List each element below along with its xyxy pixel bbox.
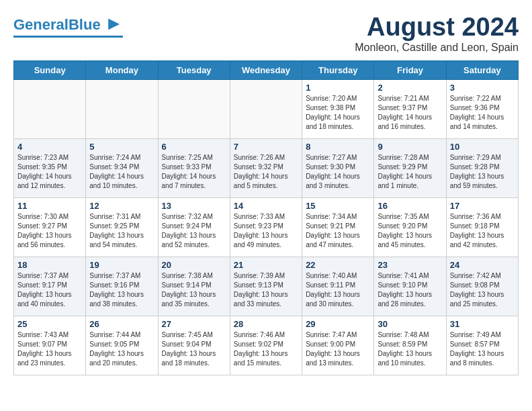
page-header: GeneralBlue ► August 2024 Monleon, Casti… bbox=[13, 13, 519, 54]
calendar-cell: 3Sunrise: 7:22 AMSunset: 9:36 PMDaylight… bbox=[446, 79, 518, 138]
logo-text: GeneralBlue ► bbox=[13, 13, 123, 34]
calendar-cell: 24Sunrise: 7:42 AMSunset: 9:08 PMDayligh… bbox=[446, 257, 518, 316]
calendar-cell: 27Sunrise: 7:45 AMSunset: 9:04 PMDayligh… bbox=[158, 316, 230, 375]
calendar-cell: 5Sunrise: 7:24 AMSunset: 9:34 PMDaylight… bbox=[86, 138, 158, 197]
calendar-cell bbox=[230, 79, 302, 138]
day-number: 4 bbox=[17, 142, 82, 152]
day-info: Sunrise: 7:38 AMSunset: 9:14 PMDaylight:… bbox=[162, 271, 226, 309]
calendar-cell: 23Sunrise: 7:41 AMSunset: 9:10 PMDayligh… bbox=[374, 257, 446, 316]
calendar-cell: 31Sunrise: 7:49 AMSunset: 8:57 PMDayligh… bbox=[446, 316, 518, 375]
day-number: 12 bbox=[89, 201, 154, 211]
day-number: 2 bbox=[378, 83, 442, 93]
calendar-week-row: 11Sunrise: 7:30 AMSunset: 9:27 PMDayligh… bbox=[14, 197, 519, 257]
day-number: 28 bbox=[234, 319, 298, 329]
calendar-cell: 12Sunrise: 7:31 AMSunset: 9:25 PMDayligh… bbox=[86, 197, 158, 257]
day-number: 19 bbox=[89, 260, 154, 270]
day-info: Sunrise: 7:37 AMSunset: 9:17 PMDaylight:… bbox=[17, 271, 82, 309]
day-info: Sunrise: 7:23 AMSunset: 9:35 PMDaylight:… bbox=[17, 153, 82, 191]
day-info: Sunrise: 7:46 AMSunset: 9:02 PMDaylight:… bbox=[234, 330, 298, 368]
weekday-header: Monday bbox=[86, 60, 158, 79]
day-number: 18 bbox=[17, 260, 82, 270]
day-number: 15 bbox=[306, 201, 370, 211]
day-info: Sunrise: 7:29 AMSunset: 9:28 PMDaylight:… bbox=[450, 153, 515, 191]
calendar-cell: 1Sunrise: 7:20 AMSunset: 9:38 PMDaylight… bbox=[302, 79, 374, 138]
calendar-cell: 6Sunrise: 7:25 AMSunset: 9:33 PMDaylight… bbox=[158, 138, 230, 197]
day-info: Sunrise: 7:49 AMSunset: 8:57 PMDaylight:… bbox=[450, 330, 515, 368]
calendar-cell: 25Sunrise: 7:43 AMSunset: 9:07 PMDayligh… bbox=[14, 316, 86, 375]
day-number: 29 bbox=[306, 319, 370, 329]
day-info: Sunrise: 7:37 AMSunset: 9:16 PMDaylight:… bbox=[89, 271, 154, 309]
day-info: Sunrise: 7:20 AMSunset: 9:38 PMDaylight:… bbox=[306, 94, 370, 132]
day-number: 6 bbox=[162, 142, 226, 152]
weekday-header: Wednesday bbox=[230, 60, 302, 79]
calendar-cell: 20Sunrise: 7:38 AMSunset: 9:14 PMDayligh… bbox=[158, 257, 230, 316]
calendar-week-row: 18Sunrise: 7:37 AMSunset: 9:17 PMDayligh… bbox=[14, 257, 519, 316]
logo-general: General bbox=[13, 16, 69, 33]
calendar-cell bbox=[86, 79, 158, 138]
day-number: 1 bbox=[306, 83, 370, 93]
weekday-header: Saturday bbox=[446, 60, 518, 79]
day-info: Sunrise: 7:25 AMSunset: 9:33 PMDaylight:… bbox=[162, 153, 226, 191]
month-year: August 2024 bbox=[355, 13, 519, 42]
calendar-table: SundayMondayTuesdayWednesdayThursdayFrid… bbox=[13, 60, 519, 375]
calendar-cell: 4Sunrise: 7:23 AMSunset: 9:35 PMDaylight… bbox=[14, 138, 86, 197]
calendar-cell: 14Sunrise: 7:33 AMSunset: 9:23 PMDayligh… bbox=[230, 197, 302, 257]
calendar-cell: 21Sunrise: 7:39 AMSunset: 9:13 PMDayligh… bbox=[230, 257, 302, 316]
logo-underline bbox=[13, 36, 123, 38]
day-info: Sunrise: 7:33 AMSunset: 9:23 PMDaylight:… bbox=[234, 212, 298, 250]
day-info: Sunrise: 7:31 AMSunset: 9:25 PMDaylight:… bbox=[89, 212, 154, 250]
day-number: 16 bbox=[378, 201, 442, 211]
day-number: 9 bbox=[378, 142, 442, 152]
day-info: Sunrise: 7:27 AMSunset: 9:30 PMDaylight:… bbox=[306, 153, 370, 191]
day-info: Sunrise: 7:45 AMSunset: 9:04 PMDaylight:… bbox=[162, 330, 226, 368]
day-info: Sunrise: 7:35 AMSunset: 9:20 PMDaylight:… bbox=[378, 212, 442, 250]
day-info: Sunrise: 7:39 AMSunset: 9:13 PMDaylight:… bbox=[234, 271, 298, 309]
calendar-week-row: 4Sunrise: 7:23 AMSunset: 9:35 PMDaylight… bbox=[14, 138, 519, 197]
location: Monleon, Castille and Leon, Spain bbox=[355, 42, 519, 54]
calendar-cell: 18Sunrise: 7:37 AMSunset: 9:17 PMDayligh… bbox=[14, 257, 86, 316]
weekday-header: Tuesday bbox=[158, 60, 230, 79]
day-number: 21 bbox=[234, 260, 298, 270]
calendar-cell: 30Sunrise: 7:48 AMSunset: 8:59 PMDayligh… bbox=[374, 316, 446, 375]
calendar-week-row: 25Sunrise: 7:43 AMSunset: 9:07 PMDayligh… bbox=[14, 316, 519, 375]
day-number: 26 bbox=[89, 319, 154, 329]
day-info: Sunrise: 7:24 AMSunset: 9:34 PMDaylight:… bbox=[89, 153, 154, 191]
day-info: Sunrise: 7:21 AMSunset: 9:37 PMDaylight:… bbox=[378, 94, 442, 132]
weekday-header: Friday bbox=[374, 60, 446, 79]
day-info: Sunrise: 7:34 AMSunset: 9:21 PMDaylight:… bbox=[306, 212, 370, 250]
calendar-week-row: 1Sunrise: 7:20 AMSunset: 9:38 PMDaylight… bbox=[14, 79, 519, 138]
logo-arrow: ► bbox=[105, 13, 124, 34]
day-info: Sunrise: 7:47 AMSunset: 9:00 PMDaylight:… bbox=[306, 330, 370, 368]
day-info: Sunrise: 7:26 AMSunset: 9:32 PMDaylight:… bbox=[234, 153, 298, 191]
day-number: 23 bbox=[378, 260, 442, 270]
day-number: 25 bbox=[17, 319, 82, 329]
calendar-cell: 8Sunrise: 7:27 AMSunset: 9:30 PMDaylight… bbox=[302, 138, 374, 197]
day-number: 24 bbox=[450, 260, 515, 270]
day-number: 14 bbox=[234, 201, 298, 211]
day-info: Sunrise: 7:44 AMSunset: 9:05 PMDaylight:… bbox=[89, 330, 154, 368]
logo-blue: Blue bbox=[69, 16, 101, 33]
day-number: 11 bbox=[17, 201, 82, 211]
day-number: 5 bbox=[89, 142, 154, 152]
day-info: Sunrise: 7:40 AMSunset: 9:11 PMDaylight:… bbox=[306, 271, 370, 309]
weekday-header: Sunday bbox=[14, 60, 86, 79]
day-info: Sunrise: 7:28 AMSunset: 9:29 PMDaylight:… bbox=[378, 153, 442, 191]
calendar-cell: 16Sunrise: 7:35 AMSunset: 9:20 PMDayligh… bbox=[374, 197, 446, 257]
calendar-cell bbox=[158, 79, 230, 138]
day-info: Sunrise: 7:42 AMSunset: 9:08 PMDaylight:… bbox=[450, 271, 515, 309]
day-number: 8 bbox=[306, 142, 370, 152]
calendar-cell: 15Sunrise: 7:34 AMSunset: 9:21 PMDayligh… bbox=[302, 197, 374, 257]
weekday-header-row: SundayMondayTuesdayWednesdayThursdayFrid… bbox=[14, 60, 519, 79]
day-info: Sunrise: 7:41 AMSunset: 9:10 PMDaylight:… bbox=[378, 271, 442, 309]
weekday-header: Thursday bbox=[302, 60, 374, 79]
day-number: 10 bbox=[450, 142, 515, 152]
title-block: August 2024 Monleon, Castille and Leon, … bbox=[355, 13, 519, 54]
calendar-cell: 19Sunrise: 7:37 AMSunset: 9:16 PMDayligh… bbox=[86, 257, 158, 316]
day-info: Sunrise: 7:32 AMSunset: 9:24 PMDaylight:… bbox=[162, 212, 226, 250]
calendar-cell: 13Sunrise: 7:32 AMSunset: 9:24 PMDayligh… bbox=[158, 197, 230, 257]
day-info: Sunrise: 7:48 AMSunset: 8:59 PMDaylight:… bbox=[378, 330, 442, 368]
day-number: 7 bbox=[234, 142, 298, 152]
day-info: Sunrise: 7:30 AMSunset: 9:27 PMDaylight:… bbox=[17, 212, 82, 250]
calendar-cell: 7Sunrise: 7:26 AMSunset: 9:32 PMDaylight… bbox=[230, 138, 302, 197]
day-info: Sunrise: 7:36 AMSunset: 9:18 PMDaylight:… bbox=[450, 212, 515, 250]
